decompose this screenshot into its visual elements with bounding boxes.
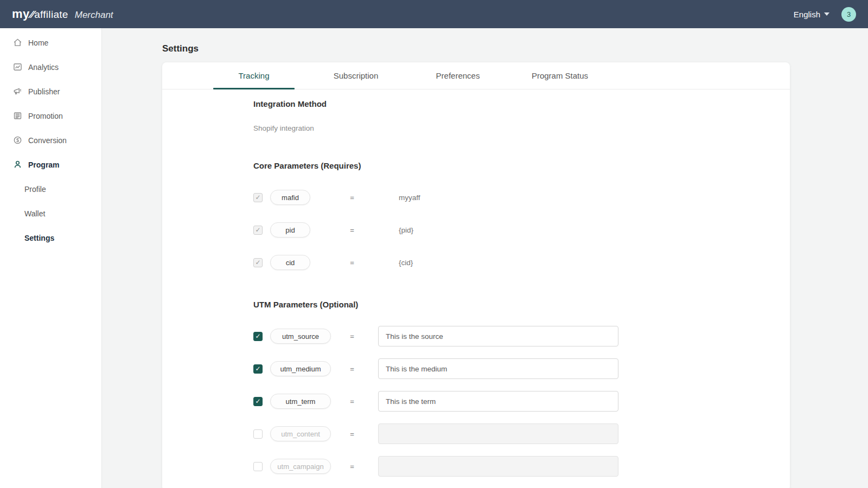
sidebar-item-home[interactable]: Home	[0, 30, 101, 55]
param-row-utm-content: utm_content =	[253, 418, 790, 450]
app-logo: my ∕∕ affiliate Merchant	[12, 7, 113, 21]
equals-sign: =	[349, 332, 355, 341]
utm-campaign-checkbox[interactable]	[253, 462, 263, 471]
sidebar-item-label: Wallet	[24, 209, 45, 218]
core-parameters-rows: ✓ mafid = myyaff ✓ pid = {pid} ✓ cid	[253, 181, 790, 279]
tracking-panel: Integration Method Shopify integration C…	[162, 98, 790, 483]
equals-sign: =	[349, 365, 355, 373]
utm-medium-tag: utm_medium	[270, 361, 331, 376]
equals-sign: =	[349, 463, 355, 471]
utm-parameters-rows: ✓ utm_source = ✓ utm_medium = ✓ utm_term	[253, 320, 790, 483]
promotion-icon	[13, 111, 22, 120]
analytics-icon	[13, 62, 22, 72]
integration-method-heading: Integration Method	[253, 98, 790, 110]
pid-checkbox: ✓	[253, 226, 263, 235]
tab-program-status[interactable]: Program Status	[519, 62, 601, 89]
cid-checkbox: ✓	[253, 258, 263, 267]
main-content: Settings Tracking Subscription Preferenc…	[102, 28, 868, 488]
sidebar-item-label: Home	[28, 38, 48, 47]
sidebar-item-label: Profile	[24, 185, 46, 194]
utm-parameters-heading: UTM Parameters (Optional)	[253, 299, 790, 311]
publisher-icon	[13, 87, 22, 96]
sidebar-item-analytics[interactable]: Analytics	[0, 55, 101, 79]
program-icon	[13, 160, 22, 169]
logo-slashes-icon: ∕∕	[30, 9, 34, 21]
utm-source-checkbox[interactable]: ✓	[253, 332, 263, 341]
logo-affiliate: affiliate	[34, 9, 68, 21]
mafid-tag: mafid	[270, 190, 310, 205]
utm-term-tag: utm_term	[270, 394, 331, 409]
logo-my: my	[12, 7, 30, 21]
sidebar-item-label: Promotion	[28, 112, 63, 120]
utm-content-tag: utm_content	[270, 426, 331, 441]
utm-content-input	[378, 423, 618, 444]
sidebar-item-label: Publisher	[28, 87, 60, 96]
sidebar-item-label: Program	[28, 160, 60, 169]
integration-method-value: Shopify integration	[253, 123, 790, 134]
tab-preferences[interactable]: Preferences	[417, 62, 499, 89]
utm-content-checkbox[interactable]	[253, 429, 263, 439]
mafid-checkbox: ✓	[253, 193, 263, 202]
sidebar-item-publisher[interactable]: Publisher	[0, 79, 101, 104]
utm-campaign-tag: utm_campaign	[270, 459, 331, 474]
sidebar-item-program[interactable]: Program	[0, 152, 101, 177]
logo-merchant: Merchant	[75, 10, 113, 21]
equals-sign: =	[349, 259, 355, 267]
sidebar-item-conversion[interactable]: Conversion	[0, 128, 101, 152]
pid-tag: pid	[270, 222, 310, 237]
param-row-utm-campaign: utm_campaign =	[253, 450, 790, 483]
sidebar-item-wallet[interactable]: Wallet	[0, 201, 101, 226]
utm-source-tag: utm_source	[270, 329, 331, 344]
sidebar-item-label: Conversion	[28, 136, 67, 145]
home-icon	[13, 38, 22, 47]
param-row-mafid: ✓ mafid = myyaff	[253, 181, 790, 214]
pid-value: {pid}	[399, 226, 413, 234]
chevron-down-icon	[824, 12, 829, 16]
sidebar-item-label: Analytics	[28, 63, 59, 72]
equals-sign: =	[349, 194, 355, 202]
utm-term-checkbox[interactable]: ✓	[253, 397, 263, 406]
topbar: my ∕∕ affiliate Merchant English 3	[0, 0, 868, 28]
param-row-pid: ✓ pid = {pid}	[253, 214, 790, 246]
sidebar-item-promotion[interactable]: Promotion	[0, 104, 101, 128]
core-parameters-heading: Core Parameters (Requires)	[253, 160, 790, 172]
utm-campaign-input	[378, 456, 618, 477]
param-row-utm-medium: ✓ utm_medium =	[253, 352, 790, 385]
tab-subscription[interactable]: Subscription	[315, 62, 397, 89]
tab-strip: Tracking Subscription Preferences Progra…	[162, 62, 790, 89]
page-title: Settings	[162, 43, 868, 54]
cid-value: {cid}	[399, 259, 413, 267]
avatar[interactable]: 3	[841, 7, 856, 22]
tab-tracking[interactable]: Tracking	[213, 62, 295, 89]
utm-term-input[interactable]	[378, 391, 618, 412]
cid-tag: cid	[270, 255, 310, 270]
equals-sign: =	[349, 430, 355, 438]
equals-sign: =	[349, 226, 355, 234]
mafid-value: myyaff	[399, 194, 420, 202]
utm-medium-input[interactable]	[378, 358, 618, 379]
sidebar-item-label: Settings	[24, 234, 54, 242]
sidebar-item-settings[interactable]: Settings	[0, 226, 101, 250]
conversion-icon	[13, 136, 22, 145]
utm-source-input[interactable]	[378, 326, 618, 346]
utm-medium-checkbox[interactable]: ✓	[253, 364, 263, 374]
settings-card: Tracking Subscription Preferences Progra…	[162, 62, 790, 488]
equals-sign: =	[349, 397, 355, 406]
param-row-utm-term: ✓ utm_term =	[253, 385, 790, 418]
sidebar: Home Analytics Publisher Promotion Conve…	[0, 28, 102, 488]
language-selector[interactable]: English	[794, 10, 829, 19]
language-label: English	[794, 10, 820, 19]
param-row-cid: ✓ cid = {cid}	[253, 246, 790, 279]
param-row-utm-source: ✓ utm_source =	[253, 320, 790, 352]
sidebar-item-profile[interactable]: Profile	[0, 177, 101, 201]
